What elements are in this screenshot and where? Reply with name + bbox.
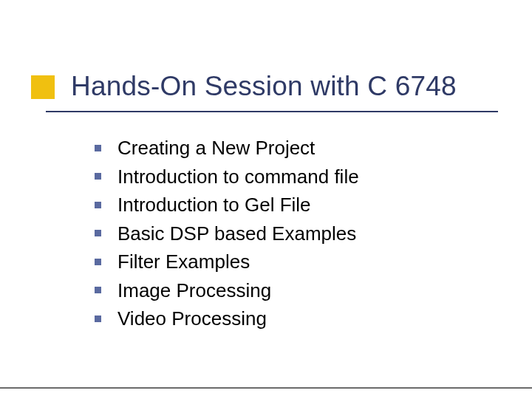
square-bullet-icon — [95, 202, 101, 208]
list-item: Filter Examples — [95, 250, 488, 274]
list-item-text: Video Processing — [117, 307, 267, 331]
square-bullet-icon — [95, 287, 101, 293]
list-item-text: Image Processing — [117, 279, 271, 303]
square-bullet-icon — [95, 316, 101, 322]
list-item-text: Filter Examples — [117, 250, 250, 274]
footer-divider — [0, 387, 532, 389]
slide-title: Hands-On Session with C 6748 — [71, 71, 457, 102]
square-bullet-icon — [95, 259, 101, 265]
square-bullet-icon — [95, 145, 101, 151]
square-bullet-icon — [95, 173, 101, 180]
accent-square-icon — [31, 75, 55, 99]
title-underline — [46, 111, 498, 112]
list-item-text: Introduction to command file — [117, 165, 359, 189]
list-item: Image Processing — [95, 279, 488, 303]
list-item: Introduction to Gel File — [95, 193, 488, 217]
list-item: Introduction to command file — [95, 165, 488, 189]
list-item: Creating a New Project — [95, 136, 488, 160]
list-item: Basic DSP based Examples — [95, 222, 488, 246]
bullet-list: Creating a New Project Introduction to c… — [95, 136, 488, 335]
slide: Hands-On Session with C 6748 Creating a … — [0, 0, 532, 399]
list-item-text: Basic DSP based Examples — [117, 222, 356, 246]
list-item: Video Processing — [95, 307, 488, 331]
list-item-text: Introduction to Gel File — [117, 193, 311, 217]
square-bullet-icon — [95, 230, 101, 236]
list-item-text: Creating a New Project — [117, 136, 315, 160]
